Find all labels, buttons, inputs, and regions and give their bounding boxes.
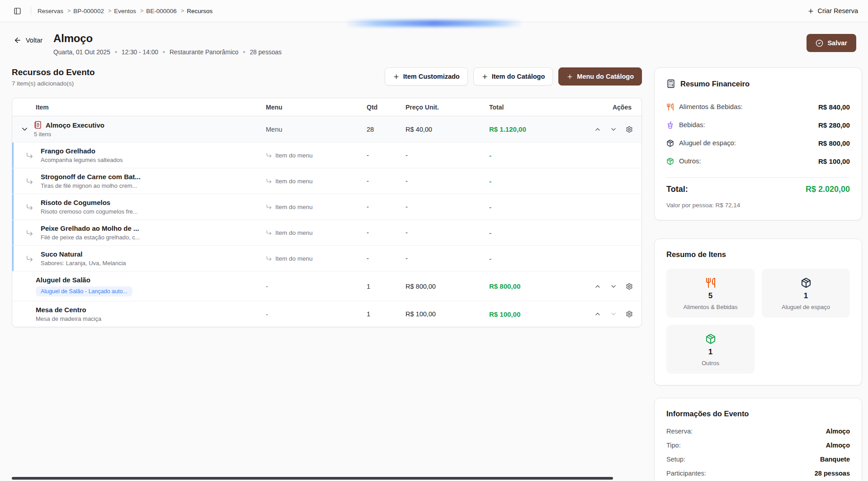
add-catalog-menu-button[interactable]: Menu do Catálogo <box>558 67 642 86</box>
arrow-left-icon <box>14 36 22 44</box>
cup-icon <box>666 121 674 129</box>
item-text-block: Mesa de Centro Mesa de madeira maciça <box>36 301 101 327</box>
info-reserva: Reserva: Almoço <box>666 428 850 435</box>
breadcrumb: Reservas BP-000002 Eventos BE-000006 Rec… <box>38 8 212 14</box>
item-text-block: Peixe Grelhado ao Molho de ... Filé de p… <box>41 220 140 245</box>
calculator-icon <box>666 79 675 88</box>
plus-icon <box>566 73 573 80</box>
item-name-line: Frango Grelhado <box>41 147 123 155</box>
item-name: Strogonoff de Carne com Bat... <box>41 173 141 181</box>
move-down-button[interactable] <box>607 280 620 293</box>
total-row: Total: R$ 2.020,00 <box>666 185 850 194</box>
row-settings-button[interactable] <box>623 123 636 136</box>
toolbar-button-label: Item Customizado <box>403 73 460 80</box>
tile-count: 5 <box>708 291 712 300</box>
total-cell: - <box>489 152 591 159</box>
qty-cell: 1 <box>367 283 406 290</box>
row-aluguel-salao: Aluguel de Salão Aluguel de Salão - Lanç… <box>12 271 642 301</box>
event-meta: Quarta, 01 Out 2025 12:30 - 14:00 Restau… <box>53 49 282 56</box>
unit-price-cell: - <box>406 152 489 159</box>
financial-summary-title: Resumo Financeiro <box>680 80 750 88</box>
items-summary-title: Resumo de Itens <box>666 250 850 259</box>
qty-cell: - <box>367 229 406 236</box>
total-label: Total: <box>666 185 688 194</box>
item-text-block: Suco Natural Sabores: Laranja, Uva, Mela… <box>41 246 126 271</box>
breadcrumb-be-000006[interactable]: BE-000006 <box>146 8 187 14</box>
resources-section: Recursos do Evento 7 item(s) adicionado(… <box>12 67 642 327</box>
horizontal-scrollbar[interactable] <box>12 477 613 480</box>
move-down-button[interactable] <box>607 307 620 321</box>
breadcrumb-eventos[interactable]: Eventos <box>114 8 146 14</box>
row-suco-natural: Suco Natural Sabores: Laranja, Uva, Mela… <box>12 246 642 271</box>
move-up-button[interactable] <box>591 280 604 293</box>
item-name-line: Mesa de Centro <box>36 306 101 314</box>
menu-cell: Menu <box>266 125 367 133</box>
chevron-down-icon <box>610 310 617 318</box>
breadcrumb-recursos[interactable]: Recursos <box>187 8 212 14</box>
unit-price-cell: - <box>406 229 489 236</box>
gear-icon <box>626 283 633 290</box>
item-cell: Suco Natural Sabores: Laranja, Uva, Mela… <box>12 246 266 271</box>
tile-label: Aluguel de espaço <box>782 304 830 310</box>
save-label: Salvar <box>827 39 847 47</box>
sub-item-arrow-icon <box>266 178 272 184</box>
item-name: Suco Natural <box>41 250 83 258</box>
row-settings-button[interactable] <box>623 280 636 293</box>
move-up-button[interactable] <box>591 123 604 136</box>
total-cell: - <box>489 229 591 237</box>
item-name-line: Suco Natural <box>41 250 126 258</box>
breadcrumb-label: Reservas <box>38 8 63 14</box>
package-icon <box>666 139 674 147</box>
save-button[interactable]: Salvar <box>807 34 856 52</box>
back-label: Voltar <box>26 37 42 44</box>
section-subtitle: 7 item(s) adicionado(s) <box>12 80 95 87</box>
section-title-block: Recursos do Evento 7 item(s) adicionado(… <box>12 67 95 87</box>
sub-item-arrow-icon <box>266 229 272 236</box>
row-actions <box>591 280 636 293</box>
topbar-divider <box>31 7 31 15</box>
chevron-up-icon <box>594 310 601 318</box>
row-settings-button[interactable] <box>623 307 636 321</box>
info-participantes: Participantes: 28 pessoas <box>666 470 850 477</box>
move-down-button[interactable] <box>607 123 620 136</box>
back-button[interactable]: Voltar <box>14 36 42 44</box>
auto-charge-badge[interactable]: Aluguel de Salão - Lançado auto... <box>36 286 132 296</box>
item-cell: Almoço Executivo 5 itens <box>12 116 266 142</box>
info-value: Banquete <box>820 456 850 463</box>
breadcrumb-reservas[interactable]: Reservas <box>38 8 73 14</box>
tile-label: Outros <box>702 360 719 367</box>
actions-cell <box>591 307 642 321</box>
tile-aluguel-espaco: 1 Aluguel de espaço <box>762 269 850 318</box>
financial-row-left: Outros: <box>666 157 701 165</box>
col-header-menu: Menu <box>266 104 367 111</box>
item-subtitle: Filé de peixe da estação grelhado, c... <box>41 234 140 241</box>
chevron-down-icon <box>610 283 617 290</box>
financial-label: Bebidas: <box>679 121 705 129</box>
info-label: Setup: <box>666 456 685 463</box>
row-actions <box>591 307 636 321</box>
sidebar-toggle-button[interactable] <box>10 4 24 18</box>
sub-item-arrow-icon <box>266 204 272 210</box>
title-block: Almoço Quarta, 01 Out 2025 12:30 - 14:00… <box>53 32 282 56</box>
sub-item-arrow-icon <box>26 255 33 262</box>
divider <box>666 177 850 178</box>
item-text-block: Frango Grelhado Acompanha legumes saltea… <box>41 143 123 168</box>
breadcrumb-bp-000002[interactable]: BP-000002 <box>73 8 114 14</box>
info-value: Almoço <box>826 442 850 449</box>
expand-chevron-icon[interactable] <box>20 125 29 133</box>
gear-icon <box>626 126 633 133</box>
create-reserva-button[interactable]: Criar Reserva <box>807 7 858 14</box>
item-subtitle: 5 itens <box>34 131 104 138</box>
add-custom-item-button[interactable]: Item Customizado <box>385 67 468 86</box>
menu-sub-cell: Item do menu <box>266 229 361 236</box>
item-name-line: Risoto de Cogumelos <box>41 199 138 206</box>
utensils-icon <box>705 277 716 288</box>
toolbar-button-label: Item do Catálogo <box>492 73 545 80</box>
item-name: Peixe Grelhado ao Molho de ... <box>41 224 139 232</box>
chevron-up-icon <box>594 126 601 133</box>
add-catalog-item-button[interactable]: Item do Catálogo <box>473 67 553 86</box>
move-up-button[interactable] <box>591 307 604 321</box>
sub-item-arrow-icon <box>266 152 272 158</box>
sub-item-arrow-icon <box>266 255 272 262</box>
qty-cell: 1 <box>367 310 406 318</box>
